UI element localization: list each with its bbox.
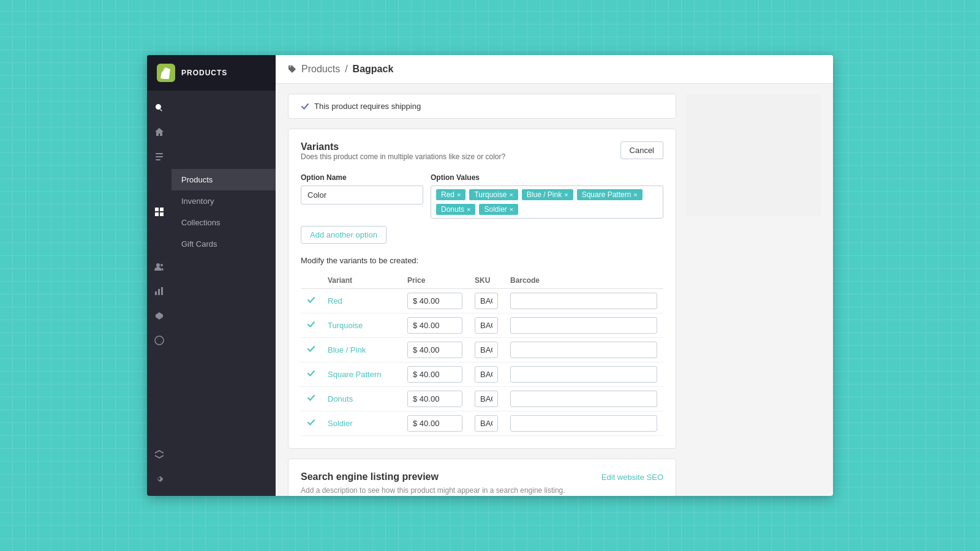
- sidebar-item-collections[interactable]: Collections: [172, 212, 276, 233]
- tag-turquoise[interactable]: Turquoise×: [469, 189, 518, 200]
- sidebar-item-search[interactable]: [147, 96, 276, 120]
- col-header-sku: SKU: [469, 272, 504, 289]
- sidebar-section-products: Products Inventory Collections Gift Card…: [147, 169, 276, 255]
- barcode-input[interactable]: [510, 342, 657, 358]
- sidebar: PRODUCTS: [147, 55, 276, 496]
- top-bar: Products / Bagpack: [276, 55, 833, 84]
- breadcrumb-separator: /: [345, 64, 347, 75]
- barcode-input[interactable]: [510, 391, 657, 407]
- tag-red[interactable]: Red×: [436, 189, 466, 200]
- tag-remove-red[interactable]: ×: [457, 192, 461, 198]
- sidebar-item-apps[interactable]: [147, 442, 276, 467]
- sidebar-item-gift-cards[interactable]: Gift Cards: [172, 233, 276, 255]
- sidebar-item-marketing[interactable]: [147, 304, 276, 328]
- modify-label: Modify the variants to be created:: [301, 256, 663, 265]
- tag-remove-turquoise[interactable]: ×: [509, 192, 513, 198]
- price-input[interactable]: [407, 342, 462, 358]
- row-check-icon: [307, 418, 315, 427]
- svg-point-4: [160, 264, 163, 266]
- tags-container[interactable]: Red×Turquoise×Blue / Pink×Square Pattern…: [431, 186, 663, 219]
- row-check-icon: [307, 369, 315, 378]
- tag-soldier[interactable]: Soldier×: [479, 204, 518, 215]
- variant-name[interactable]: Blue / Pink: [328, 345, 366, 354]
- tag-blue_pink[interactable]: Blue / Pink×: [522, 189, 573, 200]
- price-input[interactable]: [407, 293, 462, 309]
- sidebar-item-orders[interactable]: [147, 144, 276, 169]
- table-row: Turquoise: [301, 313, 663, 338]
- tag-remove-blue_pink[interactable]: ×: [564, 192, 568, 198]
- variants-table: Variant Price SKU Barcode Red: [301, 272, 663, 436]
- sku-input[interactable]: [475, 366, 498, 383]
- sidebar-item-customers[interactable]: [147, 255, 276, 279]
- variant-name[interactable]: Turquoise: [328, 321, 363, 330]
- analytics-icon-btn[interactable]: [147, 279, 172, 304]
- sidebar-navigation: Products Inventory Collections Gift Card…: [147, 91, 276, 496]
- tag-remove-soldier[interactable]: ×: [510, 206, 513, 213]
- option-name-input[interactable]: [301, 186, 423, 204]
- page-area: This product requires shipping Variants …: [276, 84, 833, 496]
- shipping-check-icon: [301, 102, 309, 111]
- marketing-icon-btn[interactable]: [147, 304, 172, 328]
- orders-icon-btn[interactable]: [147, 144, 172, 169]
- breadcrumb-parent: Products: [301, 64, 340, 75]
- sidebar-item-analytics[interactable]: [147, 279, 276, 304]
- tag-icon: [288, 65, 296, 73]
- svg-point-8: [155, 336, 164, 345]
- settings-icon-btn[interactable]: [147, 467, 172, 491]
- sidebar-header: PRODUCTS: [147, 55, 276, 91]
- price-input[interactable]: [407, 415, 462, 432]
- sidebar-item-inventory[interactable]: Inventory: [172, 190, 276, 212]
- add-option-button[interactable]: Add another option: [301, 226, 386, 244]
- home-icon-btn[interactable]: [147, 120, 172, 144]
- variant-name[interactable]: Soldier: [328, 419, 352, 428]
- col-header-price: Price: [401, 272, 469, 289]
- search-icon-btn[interactable]: [147, 96, 172, 120]
- sidebar-item-settings[interactable]: [147, 467, 276, 491]
- shopify-logo: [157, 64, 175, 82]
- seo-title: Search engine listing preview: [301, 471, 439, 482]
- tag-square_pattern[interactable]: Square Pattern×: [577, 189, 643, 200]
- table-row: Blue / Pink: [301, 338, 663, 362]
- barcode-input[interactable]: [510, 415, 657, 432]
- variant-name[interactable]: Donuts: [328, 394, 353, 403]
- variant-name[interactable]: Square Pattern: [328, 370, 381, 379]
- price-input[interactable]: [407, 391, 462, 407]
- sidebar-item-home[interactable]: [147, 120, 276, 144]
- price-input[interactable]: [407, 366, 462, 383]
- cancel-button[interactable]: Cancel: [620, 141, 663, 159]
- seo-card: Search engine listing preview Edit websi…: [288, 459, 676, 496]
- option-values-label: Option Values: [431, 173, 663, 182]
- variant-name[interactable]: Red: [328, 296, 342, 305]
- price-input[interactable]: [407, 317, 462, 334]
- sku-input[interactable]: [475, 415, 498, 432]
- sidebar-item-products[interactable]: Products: [172, 169, 276, 190]
- variants-card: Variants Does this product come in multi…: [288, 129, 676, 449]
- barcode-input[interactable]: [510, 366, 657, 383]
- apps-icon-btn[interactable]: [147, 442, 172, 467]
- discounts-icon-btn[interactable]: [147, 328, 172, 353]
- sku-input[interactable]: [475, 293, 498, 309]
- tag-remove-square_pattern[interactable]: ×: [633, 192, 637, 198]
- tag-remove-donuts[interactable]: ×: [467, 206, 470, 213]
- sku-input[interactable]: [475, 391, 498, 407]
- barcode-input[interactable]: [510, 293, 657, 309]
- svg-rect-6: [158, 289, 160, 295]
- store-name: PRODUCTS: [181, 69, 227, 77]
- products-icon-btn[interactable]: [147, 169, 172, 255]
- breadcrumb-current: Bagpack: [353, 64, 394, 75]
- svg-rect-5: [155, 291, 157, 295]
- variants-subtitle: Does this product come in multiple varia…: [301, 152, 505, 161]
- col-header-barcode: Barcode: [504, 272, 663, 289]
- row-check-icon: [307, 296, 315, 304]
- sku-input[interactable]: [475, 342, 498, 358]
- customers-icon-btn[interactable]: [147, 255, 172, 279]
- table-row: Soldier: [301, 411, 663, 436]
- svg-point-3: [156, 263, 160, 267]
- barcode-input[interactable]: [510, 317, 657, 334]
- tag-donuts[interactable]: Donuts×: [436, 204, 475, 215]
- row-check-icon: [307, 394, 315, 402]
- edit-seo-link[interactable]: Edit website SEO: [601, 473, 663, 482]
- sidebar-item-discounts[interactable]: [147, 328, 276, 353]
- variants-title: Variants: [301, 141, 505, 152]
- sku-input[interactable]: [475, 317, 498, 334]
